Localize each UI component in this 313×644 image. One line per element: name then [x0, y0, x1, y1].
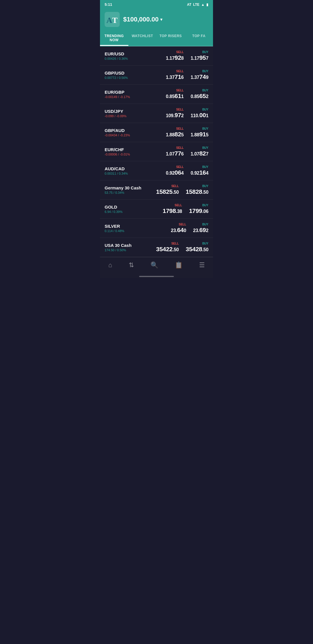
status-icons: AT LTE ▲ ▮ — [187, 3, 208, 7]
buy-value: 15828.50 — [186, 188, 208, 195]
sell-label: SELL — [166, 70, 183, 73]
market-name: USA 30 Cash — [105, 243, 156, 248]
buy-label: BUY — [191, 146, 208, 149]
market-change: -0.00149 / -0.17% — [105, 95, 166, 99]
nav-menu[interactable]: ☰ — [196, 260, 208, 270]
sell-price: SELL 0.85611 — [166, 89, 183, 100]
market-row[interactable]: GBP/AUD -0.00434 / -0.23% SELL 1.88825 B… — [100, 123, 213, 142]
home-indicator — [100, 274, 213, 278]
market-info: USD/JPY -0.099 / -0.09% — [105, 109, 166, 118]
prices: SELL 1.17928 BUY 1.17957 — [166, 50, 208, 61]
nav-home[interactable]: ⌂ — [105, 260, 115, 270]
buy-label: BUY — [191, 50, 208, 54]
market-row[interactable]: EUR/USD 0.00426 / 0.36% SELL 1.17928 BUY… — [100, 46, 213, 66]
sell-price: SELL 109.972 — [166, 108, 183, 119]
market-change: 0.114 / 0.48% — [105, 229, 171, 233]
buy-value: 1.07827 — [191, 150, 208, 157]
nav-news[interactable]: 📋 — [171, 260, 186, 270]
sell-value: 23.640 — [171, 227, 186, 234]
market-change: 0.00311 / 0.34% — [105, 172, 166, 175]
sell-price: SELL 15825.50 — [156, 184, 179, 195]
sell-label: SELL — [163, 204, 182, 207]
market-info: GOLD 6.94 / 0.39% — [105, 205, 163, 214]
prices: SELL 1.88825 BUY 1.88915 — [166, 127, 208, 138]
tab-top-risers[interactable]: TOP RISERS — [156, 31, 185, 46]
sell-value: 1.37716 — [166, 73, 183, 80]
balance-button[interactable]: $100,000.00 ▾ — [123, 16, 162, 23]
market-name: GOLD — [105, 205, 163, 209]
market-name: GBP/AUD — [105, 128, 166, 133]
market-change: -0.00006 / -0.01% — [105, 153, 166, 156]
prices: SELL 0.85611 BUY 0.85652 — [166, 89, 208, 100]
market-row[interactable]: EUR/CHF -0.00006 / -0.01% SELL 1.07776 B… — [100, 142, 213, 161]
buy-price: BUY 15828.50 — [186, 184, 208, 195]
market-row[interactable]: USD/JPY -0.099 / -0.09% SELL 109.972 BUY… — [100, 104, 213, 123]
prices: SELL 1.37716 BUY 1.37749 — [166, 70, 208, 80]
market-row[interactable]: SILVER 0.114 / 0.48% SELL 23.640 BUY 23.… — [100, 219, 213, 238]
market-row[interactable]: Germany 30 Cash 53.75 / 0.34% SELL 15825… — [100, 180, 213, 200]
market-row[interactable]: USA 30 Cash 174.50 / 0.50% SELL 35422.50… — [100, 238, 213, 257]
market-row[interactable]: GOLD 6.94 / 0.39% SELL 1798.38 BUY 1799.… — [100, 200, 213, 219]
buy-price: BUY 23.692 — [193, 223, 208, 234]
status-time: 5:11 — [105, 2, 112, 7]
sell-label: SELL — [166, 146, 183, 149]
buy-value: 0.92164 — [191, 169, 208, 176]
market-list: EUR/USD 0.00426 / 0.36% SELL 1.17928 BUY… — [100, 46, 213, 257]
buy-price: BUY 1.88915 — [191, 127, 208, 138]
sell-label: SELL — [166, 50, 183, 54]
buy-value: 0.85652 — [191, 93, 208, 100]
tab-top-fallers[interactable]: TOP FA — [185, 31, 213, 46]
market-info: Germany 30 Cash 53.75 / 0.34% — [105, 185, 156, 194]
sell-price: SELL 1.17928 — [166, 50, 183, 61]
tab-trending-now[interactable]: TRENDING NOW — [100, 31, 128, 46]
buy-value: 1.88915 — [191, 131, 208, 138]
sell-price: SELL 35422.50 — [156, 242, 179, 253]
sell-value: 109.972 — [166, 112, 183, 119]
prices: SELL 23.640 BUY 23.692 — [171, 223, 208, 234]
sell-label: SELL — [166, 89, 183, 92]
market-info: USA 30 Cash 174.50 / 0.50% — [105, 243, 156, 252]
buy-label: BUY — [189, 204, 208, 207]
buy-label: BUY — [191, 89, 208, 92]
market-info: EUR/USD 0.00426 / 0.36% — [105, 51, 166, 60]
market-change: 0.00426 / 0.36% — [105, 57, 166, 60]
buy-price: BUY 0.92164 — [191, 165, 208, 176]
buy-value: 35428.50 — [186, 246, 208, 253]
market-name: Germany 30 Cash — [105, 185, 156, 190]
header: A T $100,000.00 ▾ — [100, 9, 213, 31]
svg-text:A: A — [106, 16, 112, 25]
lte-label: LTE — [193, 3, 199, 7]
sell-label: SELL — [166, 127, 183, 130]
sell-value: 0.92064 — [166, 169, 183, 176]
prices: SELL 1798.38 BUY 1799.06 — [163, 204, 208, 214]
sell-label: SELL — [171, 223, 186, 226]
buy-price: BUY 1799.06 — [189, 204, 208, 214]
buy-value: 110.001 — [191, 112, 208, 119]
buy-price: BUY 0.85652 — [191, 89, 208, 100]
sell-label: SELL — [156, 184, 179, 188]
market-row[interactable]: GBP/USD 0.00772 / 0.56% SELL 1.37716 BUY… — [100, 66, 213, 85]
market-row[interactable]: AUD/CAD 0.00311 / 0.34% SELL 0.92064 BUY… — [100, 161, 213, 180]
market-change: -0.00434 / -0.23% — [105, 133, 166, 137]
buy-label: BUY — [186, 242, 208, 245]
nav-search[interactable]: 🔍 — [147, 260, 162, 270]
market-name: EUR/CHF — [105, 147, 166, 152]
buy-value: 23.692 — [193, 227, 208, 234]
market-info: SILVER 0.114 / 0.48% — [105, 224, 171, 233]
home-bar — [139, 276, 174, 277]
market-change: 0.00772 / 0.56% — [105, 76, 166, 79]
market-name: AUD/CAD — [105, 166, 166, 171]
sell-value: 1798.38 — [163, 207, 182, 214]
prices: SELL 109.972 BUY 110.001 — [166, 108, 208, 119]
market-row[interactable]: EUR/GBP -0.00149 / -0.17% SELL 0.85611 B… — [100, 85, 213, 104]
market-name: SILVER — [105, 224, 171, 229]
battery-icon: ▮ — [206, 3, 208, 7]
nav-sort[interactable]: ⇅ — [125, 260, 137, 270]
buy-price: BUY 1.17957 — [191, 50, 208, 61]
buy-value: 1.37749 — [191, 73, 208, 80]
balance-amount: $100,000.00 — [123, 16, 159, 23]
buy-label: BUY — [191, 70, 208, 73]
sell-price: SELL 23.640 — [171, 223, 186, 234]
tab-watchlist[interactable]: WATCHLIST — [128, 31, 157, 46]
prices: SELL 0.92064 BUY 0.92164 — [166, 165, 208, 176]
